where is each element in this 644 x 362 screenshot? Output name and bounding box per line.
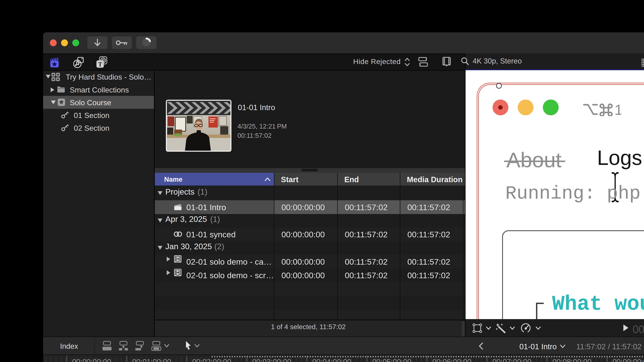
svg-text:1: 1 [614, 103, 621, 116]
svg-text:T: T [98, 61, 102, 68]
